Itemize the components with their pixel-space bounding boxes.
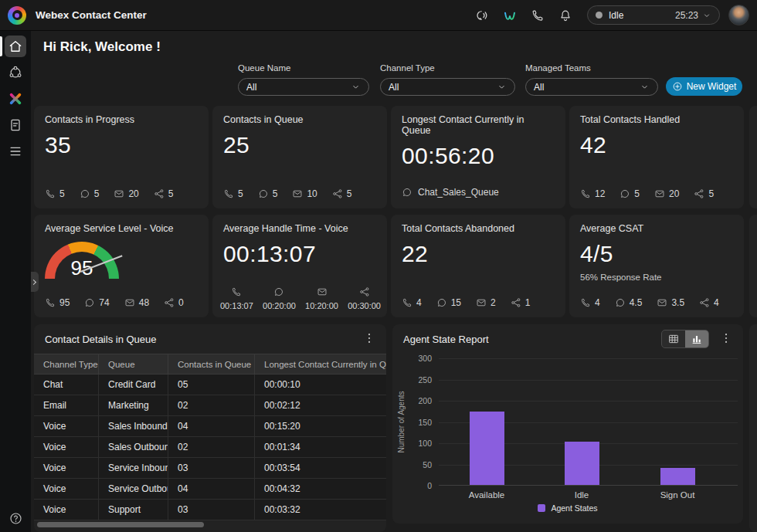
metric-email: 10 (292, 188, 317, 199)
social-icon (359, 286, 370, 297)
sidebar-item-reports[interactable] (5, 114, 26, 136)
user-avatar[interactable] (728, 5, 749, 25)
broadcast-icon (475, 8, 489, 22)
column-header: Queue (99, 354, 168, 374)
legend-label: Agent States (551, 503, 597, 513)
topbar-actions: Idle 25:23 (465, 5, 749, 26)
cell-contacts-in-queue: 02 (168, 395, 255, 415)
phone-icon (402, 297, 412, 308)
cell-longest-contact: 00:04:32 (255, 479, 386, 499)
expand-panel-handle[interactable] (31, 272, 39, 292)
cell-queue: Credit Card (99, 374, 168, 395)
widget-title: Contact Details in Queue (45, 334, 157, 345)
metric-value: 74 (99, 297, 109, 308)
card-average-service-level: Average Service Level - Voice 95 95 74 4… (34, 215, 209, 317)
cell-channel-type: Email (34, 395, 99, 415)
card-title: Average Handle Time - Voice (223, 223, 376, 234)
select-value: All (246, 82, 256, 93)
metric-value: 20 (669, 188, 679, 199)
metric-email: 48 (124, 297, 149, 308)
cell-queue: Support (99, 500, 168, 520)
cell-channel-type: Voice (34, 437, 99, 457)
card-value: 22 (402, 241, 555, 267)
card-title: Contacts in Queue (223, 114, 376, 125)
cutoff-card (749, 215, 757, 317)
broadcast-button[interactable] (471, 5, 493, 26)
card-average-csat: Average CSAT 4/5 56% Response Rate 4 4.5… (569, 215, 744, 317)
channel-type-select[interactable]: All (380, 78, 515, 96)
webex-app-button[interactable] (499, 5, 521, 26)
channel-metrics: 4 4.5 3.5 4 (580, 297, 719, 308)
scrollbar-thumb[interactable] (37, 522, 204, 527)
chart-legend: Agent States (392, 503, 743, 513)
x-tick-available: Available (440, 490, 533, 500)
metric-value: 4 (595, 297, 600, 308)
metric-value: 15 (451, 297, 461, 308)
app-title: Webex Contact Center (36, 9, 147, 21)
chevron-down-icon (351, 82, 361, 92)
widget-menu-button[interactable] (718, 331, 734, 347)
chart-view-button[interactable] (685, 330, 708, 347)
bar-available (470, 412, 504, 485)
cell-channel-type: Voice (34, 458, 99, 478)
card-title: Average CSAT (580, 223, 733, 234)
chat-icon (615, 297, 626, 308)
channel-metrics: 5 5 20 5 (45, 188, 173, 199)
agent-state-selector[interactable]: Idle 25:23 (587, 5, 720, 25)
chat-icon (620, 188, 630, 199)
metric-value: 00:20:00 (263, 301, 296, 310)
view-toggle (661, 330, 709, 348)
column-header: Longest Contact Currently in Queue (255, 354, 386, 374)
sidebar-item-list[interactable] (5, 141, 26, 162)
phone-icon (531, 8, 545, 22)
notifications-button[interactable] (555, 5, 576, 26)
metric-voice: 12 (580, 188, 605, 199)
card-title: Average Service Level - Voice (45, 223, 198, 234)
card-value: 35 (45, 132, 198, 158)
filter-queue-name: Queue Name All (238, 63, 369, 96)
chat-icon (84, 297, 95, 308)
metric-voice: 5 (45, 188, 65, 199)
webex-cc-logo-icon (8, 6, 26, 25)
metric-social: 4 (699, 297, 719, 308)
cell-contacts-in-queue: 03 (168, 500, 255, 520)
channel-metrics: 12 5 20 5 (580, 188, 714, 199)
chat-icon (436, 297, 447, 308)
cell-contacts-in-queue: 04 (168, 479, 255, 499)
filter-label: Queue Name (238, 63, 369, 73)
sidebar-item-home[interactable] (5, 36, 26, 57)
contact-details-widget: Contact Details in Queue Channel Type Qu… (34, 324, 386, 532)
table-row: Voice Sales Outbound 02 00:01:34 (34, 437, 386, 458)
widget-menu-button[interactable] (362, 331, 377, 347)
metric-value: 5 (168, 188, 174, 199)
metric-social: 0 (164, 297, 184, 308)
cell-channel-type: Voice (34, 479, 99, 499)
cell-channel-type: Chat (34, 374, 99, 395)
metric-email: 2 (476, 297, 496, 308)
queue-name-select[interactable]: All (238, 78, 369, 96)
metric-value: 48 (139, 297, 149, 308)
cell-longest-contact: 00:03:32 (255, 500, 386, 520)
metric-value: 3.5 (671, 297, 684, 308)
card-value: 4/5 (580, 241, 733, 267)
call-button[interactable] (527, 5, 548, 26)
sidebar-item-analyzer[interactable] (5, 88, 26, 110)
table-view-button[interactable] (662, 330, 685, 347)
metric-value: 10 (307, 188, 317, 199)
table-row: Chat Credit Card 05 00:00:10 (34, 374, 386, 395)
chevron-down-icon (640, 82, 650, 92)
sidebar-item-team[interactable] (5, 62, 26, 83)
social-icon (332, 188, 343, 199)
document-icon (8, 117, 23, 133)
phone-icon (580, 297, 591, 308)
metric-chat: 00:20:00 (263, 286, 296, 310)
queue-reference: Chat_Sales_Queue (402, 187, 499, 198)
card-title: Contacts in Progress (45, 114, 198, 125)
page-title: Hi Rick, Welcome ! (43, 39, 161, 55)
new-widget-button[interactable]: New Widget (666, 77, 742, 96)
gridline (439, 358, 738, 359)
managed-teams-select[interactable]: All (525, 78, 658, 96)
channel-metrics: 4 15 2 1 (402, 297, 530, 308)
help-button[interactable] (0, 511, 31, 526)
table-row: Voice Service Inbound 03 00:03:54 (34, 458, 386, 479)
